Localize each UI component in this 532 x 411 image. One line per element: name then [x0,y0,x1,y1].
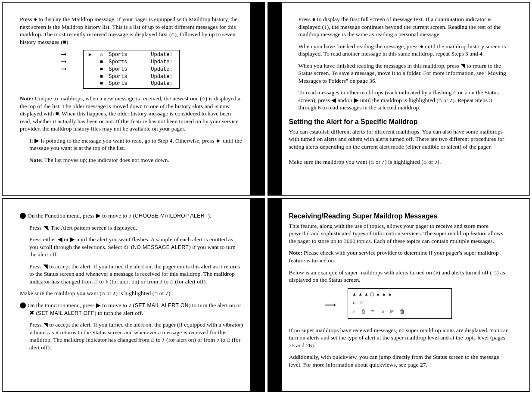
p4-para5: Additionally, with quickview, you can ju… [289,353,511,368]
thumb-tab [268,3,282,195]
lcd-label: SET MAIL ALERT ON [135,302,189,308]
p4-para1: This feature, along with the use of topi… [289,222,511,245]
p3-para2: Press ◥. The Alert pattern screen is dis… [20,224,243,232]
heading-setting-alert: Setting the Alert for a Specific Maildro… [289,118,511,127]
page-top-right: Press ● to display the first full screen… [268,2,531,196]
p1-note2: Note: The list moves up; the indicator d… [20,156,243,164]
p2-para3: When you have finished reading the messa… [289,62,511,85]
note-text: The list moves up; the indicator does no… [43,157,169,163]
note-text: Unique to maildrops, when a new message … [20,95,242,132]
row-title: Sports [109,51,147,59]
status-screen-lcd: ⟶ ▲▲▲◫▲▲▲ ♪ ⌂ ⌂ ⎙ ⁇ ☑ ⎚ 🗑 [348,288,452,319]
p3-para5: Make sure the maildrop you want (⌂ or ♪)… [20,290,243,297]
status-row-2: ♪ ⌂ [352,298,447,308]
page-top-left: Press ● to display the Maildrop message.… [2,2,265,196]
thumb-tab [250,3,264,195]
p4-para4: If no super maildrops have received mess… [289,327,511,349]
p1-note: Note: Unique to maildrops, when a new me… [20,95,243,133]
p2-para2: When you have finished reading the messa… [289,43,511,58]
p3-para7: Press ◥ to accept the alert. If you turn… [20,321,243,351]
bullet-icon: ! [20,302,26,308]
p3-step1: !On the Function menu, press ▶ to move t… [20,212,243,220]
p3-para3: Press either ◀ or ▶ until the alert you … [20,236,243,258]
p1-para1: Press ● to display the Maildrop message.… [20,16,243,46]
page-bottom-left: !On the Function menu, press ▶ to move t… [2,198,265,392]
p2-para6: Make sure the maildrop you want (⌂ or ♪)… [289,158,511,166]
lcd-label: SET MAIL ALERT OFF [38,310,94,316]
note-label: Note: [20,95,33,102]
bullet-icon: ! [20,213,26,219]
note-text: Please check with your service provider … [289,249,499,264]
p4-para3: Below is an example of super maildrops w… [289,269,511,284]
thumb-tab [268,199,282,391]
thumb-tab [250,199,264,391]
lcd-label: NO MESSAGE ALERT [133,244,189,250]
row-icon: ⌂ [97,51,105,59]
note-label: Note: [29,157,43,163]
p2-para5: You can establish different alerts for d… [289,128,511,151]
p3-para4: Press ◥ to accept the alert. If you turn… [20,263,243,286]
status-row-3: ⌂ ⎙ ⁇ ☑ ⎚ 🗑 [352,307,447,317]
p3-step2: !On the Function menu, press ▶ to move t… [20,302,243,317]
note-label: Note: [289,249,302,256]
status-row-1: ▲▲▲◫▲▲▲ [352,290,447,298]
lcd-label: CHOOSE MAILDROP ALERT [135,213,208,219]
row-ptr: ▶ [86,51,94,59]
page-spread: Press ● to display the Maildrop message.… [2,2,530,392]
p2-para1: Press ● to display the first full screen… [289,16,511,38]
maildrop-history-lcd: ⟶ ▶ ⌂ Sports Update: ⟶ ■ Sports Update: … [83,50,180,89]
page-bottom-right: Receiving/Reading Super Maildrop Message… [268,198,531,392]
p4-note: Note: Please check with your service pro… [289,249,511,264]
p1-para3: If ▶ is pointing to the message you want… [20,137,243,152]
pointer-arrow-icon: ⟶ [325,298,336,312]
row-status: Update: [151,51,177,59]
heading-super-maildrop: Receiving/Reading Super Maildrop Message… [289,212,511,221]
p2-para4: To read messages in other maildrops (eac… [289,89,511,112]
